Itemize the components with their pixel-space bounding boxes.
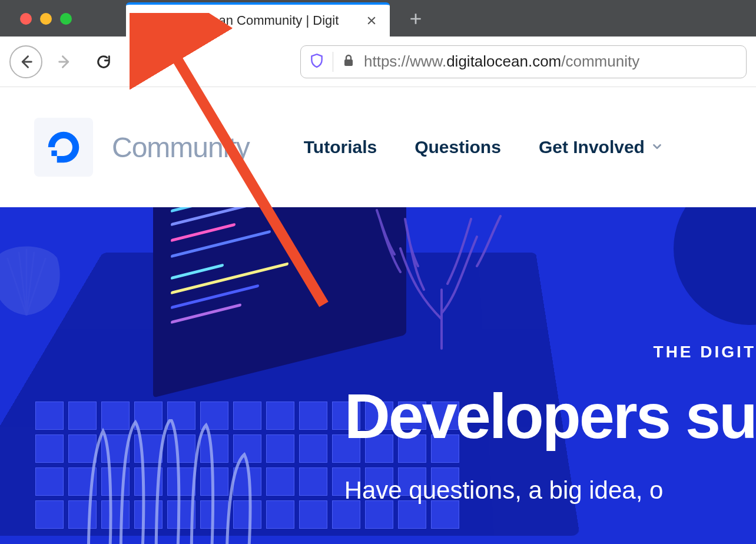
- browser-tab-bar: DigitalOcean Community | Digit: [0, 0, 756, 37]
- tab-title: DigitalOcean Community | Digit: [159, 13, 356, 28]
- hero-heading: Developers su: [344, 379, 756, 453]
- address-divider: [333, 52, 333, 72]
- hero-subheading: Have questions, a big idea, o: [344, 476, 756, 505]
- digitalocean-favicon-icon: [137, 14, 151, 28]
- seashell-illustration-icon: [0, 243, 65, 321]
- tab-close-button[interactable]: [364, 13, 379, 28]
- hero-section: THE DIGIT Developers su Have questions, …: [0, 207, 756, 544]
- site-header: Community Tutorials Questions Get Involv…: [0, 87, 756, 207]
- svg-rect-3: [57, 156, 64, 162]
- url-prefix: https://www.: [364, 52, 446, 70]
- svg-rect-4: [51, 151, 57, 156]
- back-button[interactable]: [9, 45, 42, 78]
- home-button[interactable]: [126, 45, 159, 78]
- url-path: /community: [561, 52, 639, 70]
- hand-illustration-icon: [77, 419, 324, 544]
- coral-illustration-icon: [359, 207, 524, 357]
- site-logo[interactable]: [34, 118, 93, 177]
- window-minimize-button[interactable]: [40, 13, 52, 25]
- url-display: https://www.digitalocean.com/community: [364, 52, 639, 71]
- nav-tutorials[interactable]: Tutorials: [304, 137, 377, 157]
- browser-tab-active[interactable]: DigitalOcean Community | Digit: [126, 2, 390, 37]
- new-tab-button[interactable]: [404, 7, 427, 31]
- nav-questions[interactable]: Questions: [415, 137, 501, 157]
- nav-questions-label: Questions: [415, 137, 501, 157]
- nav-get-involved-label: Get Involved: [539, 137, 645, 157]
- address-bar[interactable]: https://www.digitalocean.com/community: [300, 45, 747, 78]
- lock-icon[interactable]: [341, 54, 356, 70]
- page-content: Community Tutorials Questions Get Involv…: [0, 87, 756, 544]
- site-title[interactable]: Community: [112, 131, 250, 164]
- reload-button[interactable]: [87, 45, 120, 78]
- window-close-button[interactable]: [20, 13, 32, 25]
- nav-get-involved[interactable]: Get Involved: [539, 137, 664, 157]
- hero-eyebrow: THE DIGIT: [344, 343, 756, 361]
- url-host: digitalocean.com: [446, 52, 561, 70]
- svg-rect-0: [141, 24, 144, 27]
- browser-nav-bar: https://www.digitalocean.com/community: [0, 37, 756, 87]
- nav-tutorials-label: Tutorials: [304, 137, 377, 157]
- tracking-protection-icon[interactable]: [309, 53, 324, 71]
- svg-rect-1: [139, 22, 141, 24]
- hero-illustration-dish: [674, 207, 756, 325]
- chevron-down-icon: [651, 137, 664, 157]
- svg-rect-2: [344, 59, 353, 66]
- window-zoom-button[interactable]: [60, 13, 72, 25]
- forward-button[interactable]: [48, 45, 81, 78]
- window-controls: [20, 13, 72, 25]
- main-nav: Tutorials Questions Get Involved: [304, 137, 664, 157]
- hero-text: THE DIGIT Developers su Have questions, …: [344, 343, 756, 505]
